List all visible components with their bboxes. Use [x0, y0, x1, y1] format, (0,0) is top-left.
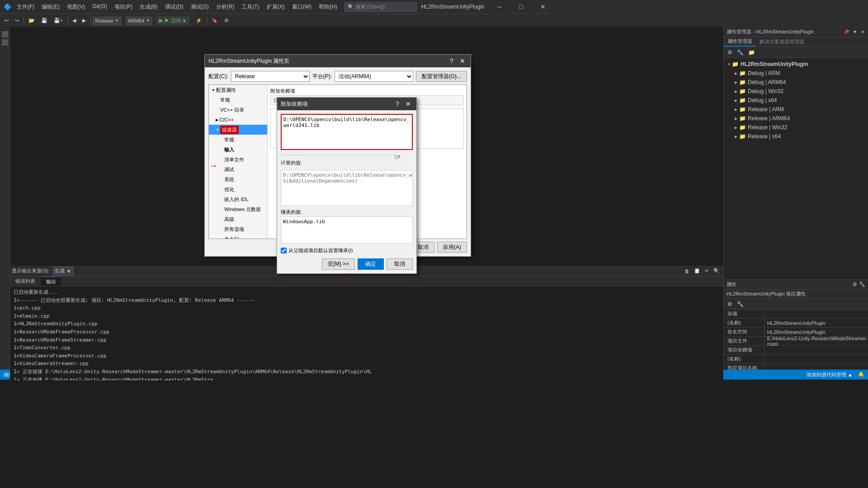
menu-analyze[interactable]: 分析(R): [212, 2, 238, 12]
run-button[interactable]: ▶ ▶ 启动 ▼: [156, 16, 189, 25]
inner-edit-area[interactable]: D:\OPENCV\opencv\build\lib\Release\openc…: [281, 114, 413, 150]
dropdown-arrow-btn[interactable]: ▼: [852, 29, 858, 34]
output-source-dropdown[interactable]: 生成 ▼: [52, 267, 74, 276]
minimize-button[interactable]: ─: [489, 0, 510, 14]
config-select[interactable]: Release: [231, 71, 310, 82]
menu-tools[interactable]: 工具(T): [238, 2, 263, 12]
tab-output[interactable]: 输出: [41, 277, 61, 286]
output-line-4: 1>HL2RmStreamUnityPlugin.cpp: [14, 320, 720, 328]
inner-close-btn[interactable]: ✕: [404, 99, 413, 108]
redo-button[interactable]: ↪: [12, 17, 22, 24]
prop-tree-item-11[interactable]: 嵌入的 IDL: [209, 194, 267, 204]
prop-tree-item-10[interactable]: 优化: [209, 184, 267, 194]
right-bottom-title: 属性: [726, 281, 736, 288]
inner-cancel-btn[interactable]: 取消: [387, 258, 413, 270]
close-button[interactable]: ✕: [533, 0, 553, 14]
scroll-end-arrow[interactable]: ›: [398, 153, 402, 157]
source-control-status[interactable]: 添加到源代码管理 ▲: [807, 371, 853, 378]
platform-dropdown[interactable]: ARM64 ▼: [126, 17, 152, 25]
panel-clear-button[interactable]: 🗑: [683, 267, 691, 274]
forward-button[interactable]: ▶: [80, 17, 89, 24]
tree-root-label: HL2RmStreamUnityPlugin: [741, 61, 808, 67]
bookmark-button[interactable]: 🔖: [209, 17, 221, 24]
prop-tree-item-0[interactable]: ▼配置属性: [209, 85, 267, 95]
toolbar-separator-2: [67, 16, 68, 25]
right-tree-item-0[interactable]: ▶📁Debug | ARM: [724, 69, 868, 78]
menu-file[interactable]: 文件(F): [13, 2, 38, 12]
right-tree-item-1[interactable]: ▶📁Debug | ARM64: [724, 78, 868, 87]
right-panel-controls: 📌 ▼ ✕: [843, 29, 865, 34]
sidebar-icon-1[interactable]: [2, 31, 8, 38]
menu-debug[interactable]: 调试(D): [161, 2, 187, 12]
prop-dialog-help-btn[interactable]: ?: [447, 56, 456, 66]
prop-tree-item-6[interactable]: 输入: [209, 145, 267, 155]
inner-ok-btn[interactable]: 确定: [358, 258, 384, 270]
open-button[interactable]: 📂: [26, 17, 38, 24]
save-all-button[interactable]: 💾+: [51, 17, 66, 24]
prop-value-2: HL2RmStreamUnityPlugin: [764, 329, 868, 335]
prop-dialog-close-btn[interactable]: ✕: [458, 56, 467, 66]
right-toolbar-icon-3[interactable]: 📁: [746, 48, 757, 56]
config-dropdown[interactable]: Release ▼: [93, 17, 121, 25]
menu-test[interactable]: 测试(S): [187, 2, 212, 12]
notification-icon[interactable]: 🔔: [858, 371, 864, 378]
right-bottom-toolbar-icon-1[interactable]: ⚙: [726, 300, 734, 308]
platform-select[interactable]: 活动(ARM64): [335, 71, 413, 82]
right-tree-item-4[interactable]: ▶📁Release | ARM: [724, 105, 868, 114]
right-tree-item-2[interactable]: ▶📁Debug | Win32: [724, 87, 868, 96]
prop-tree-item-1[interactable]: 常规: [209, 95, 267, 105]
inherit-checkbox[interactable]: [281, 248, 287, 253]
prop-tree-item-15[interactable]: 命令行: [209, 234, 267, 239]
inner-help-btn[interactable]: ?: [393, 99, 402, 108]
menu-build[interactable]: 生成(B): [136, 2, 161, 12]
prop-tree-item-5[interactable]: 常规: [209, 135, 267, 145]
prop-tree-item-2[interactable]: VC++ 目录: [209, 105, 267, 115]
menu-help[interactable]: 帮助(H): [315, 2, 341, 12]
tab-solution-explorer[interactable]: 解决方案资源管理器: [756, 37, 808, 47]
right-tree-item-6[interactable]: ▶📁Release | Win32: [724, 123, 868, 132]
left-sidebar: [0, 27, 10, 370]
tab-errors[interactable]: 错误列表: [10, 277, 41, 286]
tree-root[interactable]: ▼ 📁 HL2RmStreamUnityPlugin: [724, 60, 868, 69]
right-tree-item-5[interactable]: ▶📁Release | ARM64: [724, 114, 868, 123]
right-bottom-icon-2[interactable]: 🔧: [859, 282, 865, 287]
right-toolbar-icon-2[interactable]: 🔧: [735, 48, 745, 56]
title-bar-search[interactable]: 🔍 搜索 (Ctrl+Q): [344, 2, 417, 12]
panel-copy-button[interactable]: 📋: [692, 267, 702, 274]
save-button[interactable]: 💾: [38, 17, 50, 24]
panel-wrap-button[interactable]: ↵: [703, 267, 711, 274]
prop-tree-item-13[interactable]: 高级: [209, 214, 267, 224]
search-placeholder: 搜索 (Ctrl+Q): [356, 4, 385, 10]
panel-search-button[interactable]: 🔍: [712, 267, 722, 274]
prop-tree-item-4[interactable]: ▼链接器: [209, 125, 267, 135]
attach-button[interactable]: ⚡: [193, 17, 205, 24]
sidebar-icon-2[interactable]: [2, 39, 8, 46]
right-toolbar-icon-1[interactable]: ⚙: [726, 48, 734, 56]
right-tree-item-3[interactable]: ▶📁Debug | x64: [724, 96, 868, 105]
prop-tree-item-3[interactable]: ▶C/C++: [209, 115, 267, 125]
menu-project[interactable]: 项目(P): [111, 2, 136, 12]
menu-window[interactable]: 窗口(W): [288, 2, 315, 12]
pin-button[interactable]: 📌: [843, 29, 850, 34]
prop-tree-item-9[interactable]: 系统: [209, 174, 267, 184]
menu-edit[interactable]: 编辑(E): [38, 2, 63, 12]
config-mgr-btn[interactable]: 配置管理器(O)...: [416, 71, 467, 82]
prop-apply-btn[interactable]: 应用(A): [437, 242, 467, 253]
tab-property-manager[interactable]: 属性管理器: [724, 37, 756, 47]
menu-extend[interactable]: 扩展(X): [263, 2, 288, 12]
expand-macro-btn[interactable]: 宏(M) >>: [322, 258, 355, 270]
right-panel-header: 属性管理器 - HL2RmStreamUnityPlugin 📌 ▼ ✕: [724, 27, 868, 37]
prop-tree-item-12[interactable]: Windows 元数据: [209, 204, 267, 214]
resize-handle[interactable]: [395, 155, 398, 159]
panel-close-btn[interactable]: ✕: [860, 29, 865, 34]
back-button[interactable]: ◀: [70, 17, 79, 24]
maximize-button[interactable]: □: [511, 0, 532, 14]
extra-button[interactable]: ⚙: [222, 17, 231, 24]
undo-button[interactable]: ↩: [2, 17, 11, 24]
menu-view[interactable]: 视图(V): [63, 2, 89, 12]
right-bottom-toolbar-icon-2[interactable]: 🔧: [735, 300, 745, 308]
menu-git[interactable]: Git(G): [89, 2, 111, 12]
right-bottom-icon-1[interactable]: ⚙: [853, 282, 857, 287]
right-tree-item-7[interactable]: ▶📁Release | x64: [724, 132, 868, 141]
prop-tree-item-14[interactable]: 所有选项: [209, 224, 267, 234]
